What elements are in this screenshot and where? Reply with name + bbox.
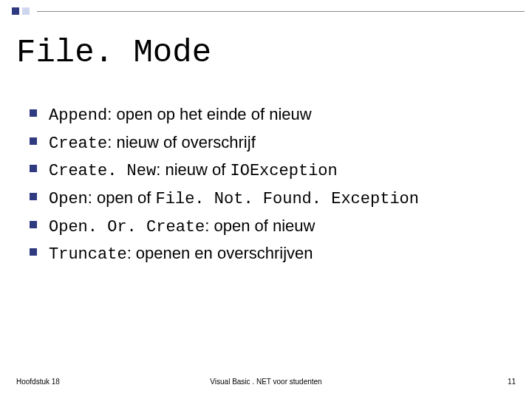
term: Create [49,134,107,153]
list-item-text: Create. New: nieuw of IOException [49,159,338,183]
list-item-text: Truncate: openen en overschrijven [49,242,313,266]
bullet-icon [30,193,37,200]
term: Open [49,190,88,208]
term: Open. Or. Create [49,218,205,236]
list-item: Append: open op het einde of nieuw [30,103,510,127]
list-item: Open. Or. Create: open of nieuw [30,215,510,239]
list-item-text: Append: open op het einde of nieuw [49,103,312,127]
top-accent [12,7,525,15]
desc: : openen en overschrijven [127,244,313,262]
desc: : open of [88,188,156,207]
slide-title: File. Mode [16,34,211,71]
tail-mono: File. Not. Found. Exception [156,190,419,208]
bullet-icon [30,165,37,172]
footer-center: Visual Basic . NET voor studenten [210,378,321,386]
list-item-text: Create: nieuw of overschrijf [49,132,256,155]
bullet-icon [30,137,37,145]
bullet-icon [30,248,37,256]
term: Truncate [49,245,127,264]
footer-page-number: 11 [508,378,516,386]
list-item: Open: open of File. Not. Found. Exceptio… [30,187,510,211]
term: Create. New [49,162,156,180]
desc: : nieuw of [156,160,230,179]
accent-square-dark [12,7,19,15]
tail-mono: IOException [231,162,338,180]
list-item: Create. New: nieuw of IOException [30,159,510,183]
list-item: Truncate: openen en overschrijven [30,242,510,266]
list-item-text: Open: open of File. Not. Found. Exceptio… [49,187,419,211]
list-item: Create: nieuw of overschrijf [30,132,510,155]
bullet-list: Append: open op het einde of nieuw Creat… [30,103,510,270]
desc: : open of nieuw [205,216,315,235]
bullet-icon [30,221,37,228]
desc: : nieuw of overschrijf [107,133,256,151]
accent-line [37,11,525,12]
accent-square-light [22,7,30,15]
bullet-icon [30,109,37,117]
desc: : open op het einde of nieuw [107,105,311,123]
term: Append [49,106,107,125]
footer-left: Hoofdstuk 18 [16,378,60,386]
list-item-text: Open. Or. Create: open of nieuw [49,215,315,239]
